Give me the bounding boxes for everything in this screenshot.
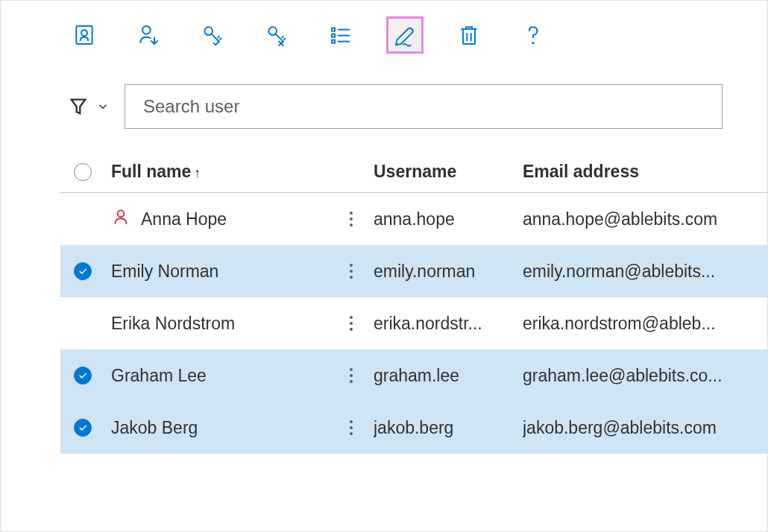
key-check-icon — [201, 23, 224, 47]
row-username: emily.norman — [374, 262, 523, 282]
row-email: graham.lee@ablebits.co... — [523, 366, 767, 386]
more-vertical-icon — [349, 262, 353, 280]
row-checkbox[interactable] — [74, 367, 92, 384]
svg-point-20 — [350, 322, 353, 325]
add-user-button[interactable] — [68, 19, 101, 51]
more-vertical-icon — [349, 367, 353, 384]
row-fullname: Graham Lee — [105, 366, 329, 386]
column-fullname[interactable]: Full name↑ — [105, 162, 374, 182]
admin-user-icon — [111, 207, 130, 231]
row-more-button[interactable] — [329, 419, 374, 437]
row-fullname: Jakob Berg — [105, 418, 329, 438]
chevron-down-icon — [96, 100, 110, 113]
svg-point-3 — [204, 27, 213, 35]
svg-point-21 — [350, 328, 353, 331]
row-more-button[interactable] — [329, 210, 374, 228]
filter-icon — [68, 96, 89, 117]
row-more-button[interactable] — [329, 262, 374, 280]
svg-point-22 — [350, 368, 353, 371]
sort-ascending-icon: ↑ — [194, 165, 201, 180]
row-username: erika.nordstr... — [374, 314, 523, 334]
svg-point-26 — [350, 426, 353, 429]
assign-user-button[interactable] — [132, 19, 165, 51]
column-fullname-label: Full name — [111, 162, 191, 181]
assign-user-icon — [136, 23, 160, 47]
table-row[interactable]: Anna Hopeanna.hopeanna.hope@ablebits.com — [60, 193, 767, 245]
search-row — [1, 69, 767, 151]
row-checkbox-wrap — [60, 367, 105, 384]
more-vertical-icon — [349, 419, 353, 437]
column-email[interactable]: Email address — [523, 162, 767, 182]
row-more-button[interactable] — [329, 314, 374, 332]
row-fullname: Emily Norman — [105, 262, 329, 282]
delete-button[interactable] — [453, 19, 485, 51]
svg-point-18 — [350, 276, 353, 279]
table-body: Anna Hopeanna.hopeanna.hope@ablebits.com… — [60, 193, 767, 454]
svg-point-27 — [350, 432, 353, 435]
row-fullname: Anna Hope — [105, 207, 329, 231]
svg-rect-7 — [332, 40, 335, 43]
svg-point-15 — [350, 224, 353, 227]
help-button[interactable] — [517, 19, 550, 51]
row-email: anna.hope@ablebits.com — [523, 209, 767, 229]
svg-point-17 — [350, 270, 353, 273]
svg-rect-0 — [76, 26, 92, 44]
row-username: graham.lee — [374, 366, 523, 386]
select-all-checkbox[interactable] — [74, 163, 92, 181]
row-fullname: Erika Nordstrom — [105, 314, 329, 334]
svg-point-1 — [81, 30, 87, 36]
row-email: emily.norman@ablebits... — [523, 262, 767, 282]
svg-point-14 — [350, 218, 353, 221]
toolbar — [1, 1, 767, 69]
svg-point-2 — [142, 26, 151, 34]
column-username[interactable]: Username — [374, 162, 523, 182]
svg-point-13 — [350, 212, 353, 215]
filter-button[interactable] — [68, 96, 110, 117]
row-email: jakob.berg@ablebits.com — [523, 418, 767, 438]
svg-point-4 — [268, 27, 277, 35]
svg-rect-5 — [332, 28, 335, 31]
trash-icon — [457, 23, 481, 47]
list-view-button[interactable] — [324, 19, 357, 51]
svg-point-24 — [350, 380, 353, 383]
table-row[interactable]: Emily Normanemily.normanemily.norman@abl… — [60, 245, 767, 297]
row-checkbox-wrap — [60, 262, 105, 280]
remove-password-button[interactable] — [260, 19, 293, 51]
svg-point-25 — [350, 420, 353, 423]
search-input[interactable] — [125, 84, 723, 129]
row-checkbox[interactable] — [74, 262, 92, 280]
edit-icon — [393, 23, 417, 47]
svg-point-11 — [532, 42, 533, 43]
svg-point-12 — [118, 210, 125, 217]
svg-point-19 — [350, 316, 353, 319]
row-email: erika.nordstrom@ableb... — [523, 314, 767, 334]
row-more-button[interactable] — [329, 367, 374, 384]
table-row[interactable]: Graham Leegraham.leegraham.lee@ablebits.… — [60, 349, 767, 402]
edit-button[interactable] — [388, 19, 421, 51]
svg-rect-6 — [332, 34, 335, 37]
help-icon — [521, 23, 545, 47]
more-vertical-icon — [349, 210, 353, 228]
svg-point-23 — [350, 374, 353, 377]
row-username: anna.hope — [374, 209, 523, 229]
svg-point-16 — [350, 264, 353, 267]
users-table: Full name↑ Username Email address Anna H… — [60, 151, 767, 454]
table-row[interactable]: Erika Nordstromerika.nordstr...erika.nor… — [60, 297, 767, 349]
more-vertical-icon — [349, 314, 353, 332]
list-icon — [329, 23, 353, 47]
reset-password-button[interactable] — [196, 19, 229, 51]
row-username: jakob.berg — [374, 418, 523, 438]
row-checkbox-wrap — [60, 419, 105, 437]
key-x-icon — [265, 23, 289, 47]
row-checkbox[interactable] — [74, 419, 92, 437]
table-header: Full name↑ Username Email address — [60, 151, 767, 193]
add-user-icon — [72, 23, 96, 47]
table-row[interactable]: Jakob Bergjakob.bergjakob.berg@ablebits.… — [60, 402, 767, 454]
